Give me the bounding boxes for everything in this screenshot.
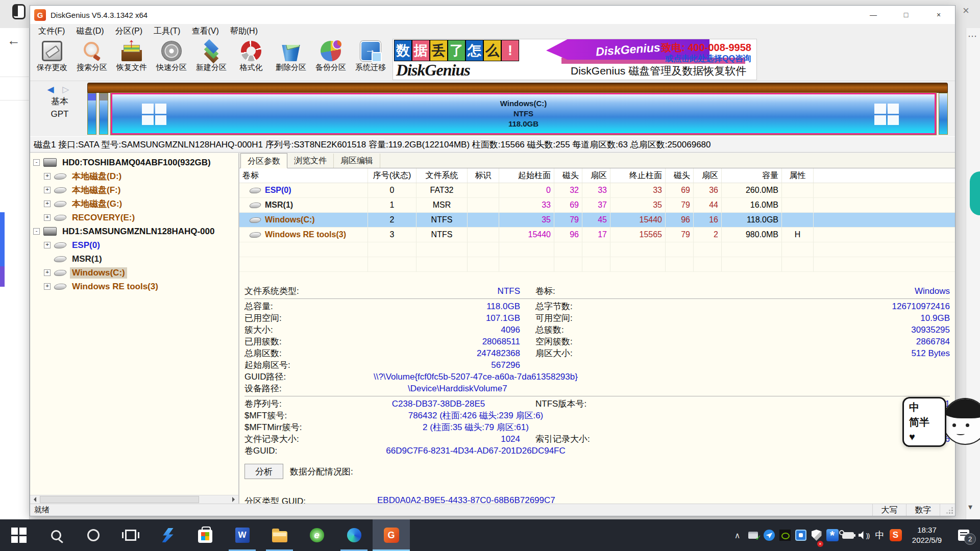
taskbar-word[interactable]: W (224, 519, 261, 551)
col-header[interactable]: 属性 (782, 168, 814, 183)
tree-expander[interactable]: + (44, 283, 51, 290)
col-header[interactable]: 序号(状态) (368, 168, 416, 183)
tray-defender[interactable]: × (808, 519, 824, 551)
tray-freeze-tool[interactable]: * (824, 519, 840, 551)
resize-grip[interactable] (940, 504, 955, 516)
close-button[interactable]: × (922, 6, 955, 24)
tray-nvidia[interactable] (777, 519, 793, 551)
ime-language-indicator[interactable]: 中 (872, 519, 888, 551)
heart-icon[interactable]: ♥ (909, 430, 940, 444)
taskbar-search[interactable] (37, 519, 75, 551)
ime-mode-chinese[interactable]: 中 (909, 400, 940, 415)
toolbar-button[interactable]: 格式化 (231, 40, 271, 72)
scroll-left-icon[interactable] (30, 497, 39, 502)
tree-expander[interactable]: + (44, 173, 51, 180)
tree-item[interactable]: + RECOVERY(E:) (30, 211, 238, 224)
tree-expander[interactable]: + (44, 214, 51, 221)
table-row[interactable]: Windows RE tools(3) 3 NTFS 15440 96 17 1… (239, 228, 955, 242)
menu-item[interactable]: 磁盘(D) (70, 26, 109, 37)
action-center-button[interactable]: 2 (950, 519, 977, 551)
tree-item[interactable]: + ESP(0) (30, 238, 238, 252)
partition-segment-re-tools[interactable] (939, 93, 948, 135)
col-header[interactable]: 终止柱面 (610, 168, 666, 183)
menu-item[interactable]: 查看(V) (186, 26, 224, 37)
tree-item[interactable]: MSR(1) (30, 252, 238, 266)
toolbar-button[interactable]: 恢复文件 (112, 40, 152, 72)
taskbar-browser-360[interactable]: e (298, 519, 335, 551)
tree-expander[interactable]: + (44, 269, 51, 276)
tree-expander[interactable]: + (44, 201, 51, 207)
analyze-button[interactable]: 分析 (244, 464, 283, 479)
promo-banner[interactable]: 数 据 丢 了 怎 么 ! DiskGenius D (393, 39, 757, 80)
table-row[interactable]: ESP(0) 0 FAT32 0 32 33 33 69 36 260.0MB (239, 183, 955, 198)
col-header[interactable]: 标识 (468, 168, 499, 183)
col-header[interactable]: 磁头 (554, 168, 582, 183)
minimize-button[interactable]: — (857, 6, 890, 24)
toolbar-button[interactable]: 搜索分区 (72, 40, 112, 72)
start-button[interactable] (0, 519, 37, 551)
toolbar-button[interactable]: 备份分区 (311, 40, 351, 72)
tree-expander[interactable]: - (33, 159, 40, 166)
tray-tim[interactable] (761, 519, 777, 551)
tree-expander[interactable]: - (33, 228, 40, 235)
maximize-button[interactable]: □ (890, 6, 922, 24)
ime-floating-widget[interactable]: 中 简半 ♥ (902, 397, 946, 447)
tray-expand-icon[interactable]: ∧ (729, 519, 745, 551)
tree-item[interactable]: + Windows(C:) (30, 266, 238, 280)
table-row[interactable]: MSR(1) 1 MSR 33 69 37 35 79 44 16.0MB (239, 198, 955, 213)
scroll-right-icon[interactable] (230, 497, 238, 502)
col-header[interactable]: 起始柱面 (499, 168, 554, 183)
tree-expander[interactable] (44, 256, 51, 262)
tab[interactable]: 扇区编辑 (334, 154, 380, 168)
toolbar-button[interactable]: 删除分区 (271, 40, 311, 72)
col-header[interactable]: 卷标 (239, 168, 368, 183)
col-header[interactable]: 扇区 (694, 168, 722, 183)
tree-item[interactable]: + 本地磁盘(F:) (30, 183, 238, 197)
taskbar-diskgenius[interactable]: G (373, 519, 410, 551)
toolbar-button[interactable]: 快速分区 (152, 40, 191, 72)
taskbar-cortana[interactable] (75, 519, 112, 551)
partition-segment-esp[interactable] (87, 93, 96, 135)
tree-item[interactable]: + 本地磁盘(G:) (30, 197, 238, 211)
tree-item[interactable]: - HD1:SAMSUNGMZNLN128HAHQ-000 (30, 224, 238, 238)
next-disk-icon[interactable]: ▷ (62, 85, 72, 94)
tree-expander[interactable]: + (44, 187, 51, 193)
tree-horizontal-scrollbar[interactable] (30, 495, 238, 504)
task-view-button[interactable] (112, 519, 149, 551)
scrollbar-track[interactable] (39, 495, 230, 504)
partition-segment-windows-c[interactable]: Windows(C:) NTFS 118.0GB (111, 93, 936, 135)
toolbar-button[interactable]: 新建分区 (191, 40, 231, 72)
col-header[interactable]: 磁头 (666, 168, 694, 183)
tray-printer[interactable] (745, 519, 761, 551)
tree-item[interactable]: + Windows RE tools(3) (30, 280, 238, 293)
tree-item[interactable]: + 本地磁盘(D:) (30, 169, 238, 183)
toolbar-button[interactable]: 系统迁移 (351, 40, 390, 72)
tab[interactable]: 分区参数 (240, 153, 287, 168)
col-header[interactable]: 扇区 (582, 168, 610, 183)
background-close-icon[interactable]: × (963, 4, 969, 17)
tree-expander[interactable]: + (44, 242, 51, 248)
more-options-icon[interactable]: ⋯ (968, 31, 977, 42)
taskbar-file-explorer[interactable] (261, 519, 298, 551)
ime-mode-simplified[interactable]: 简半 (909, 415, 940, 430)
col-header[interactable]: 容量 (722, 168, 782, 183)
tray-battery[interactable] (840, 519, 856, 551)
tray-intel[interactable] (793, 519, 808, 551)
scrollbar-thumb[interactable] (40, 496, 199, 503)
scroll-down-icon[interactable]: ▾ (968, 502, 972, 512)
tray-sogou[interactable]: S (888, 519, 903, 551)
prev-disk-icon[interactable]: ◀ (47, 85, 57, 94)
menu-item[interactable]: 文件(F) (33, 26, 70, 37)
taskbar-edge[interactable] (335, 519, 373, 551)
tab[interactable]: 浏览文件 (287, 154, 334, 168)
tree-item[interactable]: - HD0:TOSHIBAMQ04ABF100(932GB) (30, 156, 238, 169)
back-arrow-icon[interactable]: ← (7, 33, 20, 48)
table-row[interactable]: Windows(C:) 2 NTFS 35 79 45 15440 96 16 … (239, 213, 955, 228)
banner-qq-link[interactable]: 或点击此处选择QQ咨询 (665, 54, 751, 64)
taskbar-flash-app[interactable] (149, 519, 186, 551)
taskbar-clock[interactable]: 18:37 2022/5/9 (903, 525, 950, 545)
partition-segment-msr[interactable] (99, 93, 108, 135)
taskbar-store[interactable] (186, 519, 224, 551)
menu-item[interactable]: 工具(T) (148, 26, 186, 37)
tray-volume[interactable]: )) (856, 519, 872, 551)
